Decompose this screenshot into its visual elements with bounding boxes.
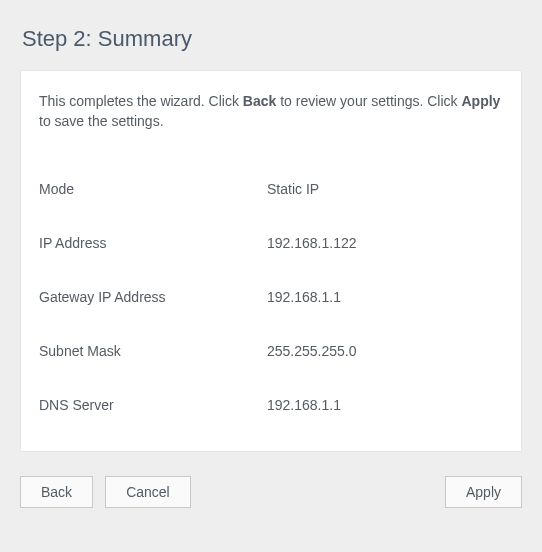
button-bar: Back Cancel Apply xyxy=(20,476,522,508)
label-mode: Mode xyxy=(39,181,267,197)
button-spacer xyxy=(203,476,433,508)
instruction-part1: This completes the wizard. Click xyxy=(39,93,243,109)
row-dns: DNS Server 192.168.1.1 xyxy=(39,378,503,432)
value-ip-address: 192.168.1.122 xyxy=(267,235,357,251)
label-dns: DNS Server xyxy=(39,397,267,413)
row-subnet: Subnet Mask 255.255.255.0 xyxy=(39,324,503,378)
summary-panel: This completes the wizard. Click Back to… xyxy=(20,70,522,452)
row-ip-address: IP Address 192.168.1.122 xyxy=(39,216,503,270)
label-ip-address: IP Address xyxy=(39,235,267,251)
instruction-bold-apply: Apply xyxy=(461,93,500,109)
apply-button[interactable]: Apply xyxy=(445,476,522,508)
label-subnet: Subnet Mask xyxy=(39,343,267,359)
value-gateway: 192.168.1.1 xyxy=(267,289,341,305)
wizard-step-container: Step 2: Summary This completes the wizar… xyxy=(0,0,542,528)
back-button[interactable]: Back xyxy=(20,476,93,508)
value-mode: Static IP xyxy=(267,181,319,197)
row-mode: Mode Static IP xyxy=(39,162,503,216)
instruction-part2: to review your settings. Click xyxy=(276,93,461,109)
value-dns: 192.168.1.1 xyxy=(267,397,341,413)
summary-table: Mode Static IP IP Address 192.168.1.122 … xyxy=(39,162,503,432)
row-gateway: Gateway IP Address 192.168.1.1 xyxy=(39,270,503,324)
value-subnet: 255.255.255.0 xyxy=(267,343,357,359)
instruction-part3: to save the settings. xyxy=(39,113,164,129)
page-title: Step 2: Summary xyxy=(20,0,522,70)
instruction-bold-back: Back xyxy=(243,93,276,109)
label-gateway: Gateway IP Address xyxy=(39,289,267,305)
instruction-text: This completes the wizard. Click Back to… xyxy=(39,91,503,132)
cancel-button[interactable]: Cancel xyxy=(105,476,191,508)
